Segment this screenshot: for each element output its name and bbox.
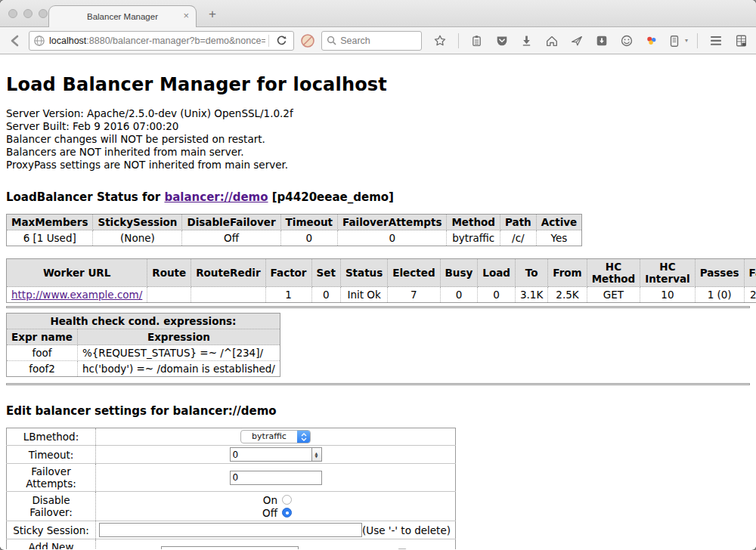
- pocket-icon[interactable]: [493, 32, 511, 50]
- extension-colordots-icon[interactable]: [643, 32, 661, 50]
- balancer-row: 6 [1 Used] (None) Off 0 0 bytraffic /c/ …: [7, 230, 582, 246]
- sticky-session-input[interactable]: [99, 523, 362, 537]
- downloads-icon[interactable]: [518, 32, 536, 50]
- globe-icon: [33, 34, 46, 48]
- toolbar-separator: [458, 33, 459, 48]
- titlebar: Balancer Manager × +: [0, 0, 756, 27]
- home-icon[interactable]: [543, 32, 561, 50]
- failover-attempts-label: Failover Attempts:: [7, 464, 96, 492]
- lbmethod-label: LBmethod:: [7, 428, 96, 446]
- hc-row: foof %{REQUEST_STATUS} =~ /^[234]/: [7, 345, 280, 361]
- close-window-button[interactable]: [8, 9, 17, 18]
- select-stepper-icon: [297, 431, 310, 443]
- divider: [6, 383, 750, 385]
- balancer-demo-link[interactable]: balancer://demo: [164, 190, 268, 204]
- menu-hamburger-icon[interactable]: [707, 32, 725, 50]
- sticky-session-row: Sticky Session: (Use '-' to delete): [7, 521, 456, 539]
- tab-title: Balancer Manager: [87, 12, 158, 21]
- col-expression: Expression: [77, 329, 280, 345]
- lbmethod-select[interactable]: bytraffic: [240, 430, 311, 443]
- disable-failover-row: Disable Failover: On Off: [7, 492, 456, 521]
- feedback-smiley-icon[interactable]: [618, 32, 636, 50]
- col-timeout: Timeout: [280, 215, 337, 230]
- tab-close-icon[interactable]: ×: [183, 11, 189, 21]
- server-built-line: Server Built: Feb 9 2016 07:00:20: [6, 120, 750, 133]
- search-bar[interactable]: [321, 31, 422, 51]
- col-stickysession: StickySession: [93, 215, 182, 230]
- search-icon: [327, 36, 336, 45]
- col-maxmembers: MaxMembers: [7, 215, 93, 230]
- search-input[interactable]: [340, 36, 417, 46]
- sticky-session-hint: (Use '-' to delete): [362, 524, 452, 536]
- hc-table-title: Health check cond. expressions:: [7, 314, 280, 329]
- worker-row: http://www.example.com/ 1 0 Init Ok 7 0 …: [7, 287, 756, 303]
- content-blocked-icon[interactable]: [299, 32, 317, 50]
- page-title: Load Balancer Manager for localhost: [6, 74, 750, 95]
- extension-grid-icon[interactable]: [732, 32, 750, 50]
- proxypass-note-line: ProxyPass settings are NOT inherited fro…: [6, 159, 750, 171]
- loadbalancer-status-heading: LoadBalancer Status for balancer://demo …: [6, 190, 750, 204]
- window-controls: [8, 9, 48, 18]
- session-container-icon[interactable]: [668, 32, 681, 50]
- save-page-icon[interactable]: [593, 32, 611, 50]
- disable-failover-label: Disable Failover:: [7, 492, 96, 521]
- toolbar-icons: ▾: [431, 32, 750, 50]
- browser-window: Balancer Manager × + localhost:8880/bala…: [0, 0, 756, 550]
- server-version-line: Server Version: Apache/2.5.0-dev (Unix) …: [6, 107, 750, 120]
- add-worker-input[interactable]: [161, 546, 299, 550]
- col-worker-url: Worker URL: [7, 259, 147, 287]
- add-worker-row: Add New Worker: Are you sure?: [7, 539, 456, 550]
- new-tab-button[interactable]: +: [209, 7, 216, 22]
- timeout-input[interactable]: [230, 447, 311, 462]
- sticky-session-label: Sticky Session:: [7, 521, 96, 539]
- col-method: Method: [447, 215, 500, 230]
- zoom-window-button[interactable]: [39, 9, 48, 18]
- disable-failover-off-radio[interactable]: [282, 508, 292, 518]
- worker-table: Worker URL Route RouteRedir Factor Set S…: [6, 258, 756, 303]
- failover-attempts-row: Failover Attempts:: [7, 464, 456, 492]
- col-expr-name: Expr name: [7, 329, 78, 345]
- divider: [6, 306, 750, 308]
- number-spinner-icon[interactable]: ▲▼: [311, 447, 322, 462]
- balancer-status-table: MaxMembers StickySession DisableFailover…: [6, 214, 582, 246]
- toolbar-separator-2: [697, 33, 698, 48]
- tab-balancer-manager[interactable]: Balancer Manager ×: [48, 5, 197, 27]
- chevron-down-icon[interactable]: ▾: [685, 37, 688, 44]
- timeout-row: Timeout: ▲▼: [7, 446, 456, 464]
- are-you-sure-checkbox[interactable]: [398, 548, 407, 549]
- bookmark-star-icon[interactable]: [431, 32, 449, 50]
- col-failoverattempts: FailoverAttempts: [338, 215, 447, 230]
- are-you-sure-label: Are you sure?: [321, 547, 392, 549]
- page-content: Load Balancer Manager for localhost Serv…: [0, 54, 756, 549]
- disable-failover-on-radio[interactable]: [282, 495, 292, 505]
- url-bar[interactable]: localhost:8880/balancer-manager?b=demo&n…: [29, 31, 294, 51]
- col-path: Path: [500, 215, 537, 230]
- worker-url-link[interactable]: http://www.example.com/: [11, 289, 142, 301]
- navigation-toolbar: localhost:8880/balancer-manager?b=demo&n…: [0, 27, 756, 54]
- timeout-label: Timeout:: [7, 446, 96, 464]
- send-tab-icon[interactable]: [568, 32, 586, 50]
- hc-row: foof2 hc('body') =~ /domain is establish…: [7, 361, 280, 377]
- col-active: Active: [536, 215, 582, 230]
- health-check-table: Health check cond. expressions: Expr nam…: [6, 313, 280, 377]
- minimize-window-button[interactable]: [23, 9, 33, 18]
- persist-note-line: Balancer changes will NOT be persisted o…: [6, 133, 750, 146]
- reading-list-icon[interactable]: [468, 32, 486, 50]
- failover-attempts-input[interactable]: [230, 471, 322, 485]
- balancer-settings-form: LBmethod: bytraffic Timeout:: [6, 428, 456, 549]
- url-input[interactable]: localhost:8880/balancer-manager?b=demo&n…: [49, 36, 265, 46]
- urlbar-separator: [268, 35, 269, 47]
- back-button[interactable]: [6, 32, 24, 50]
- lbmethod-row: LBmethod: bytraffic: [7, 428, 456, 446]
- col-disablefailover: DisableFailover: [182, 215, 280, 230]
- reload-icon[interactable]: [272, 32, 290, 50]
- inherit-note-line: Balancers are NOT inherited from main se…: [6, 146, 750, 159]
- add-worker-label: Add New Worker:: [7, 539, 96, 550]
- edit-balancer-heading: Edit balancer settings for balancer://de…: [6, 404, 750, 418]
